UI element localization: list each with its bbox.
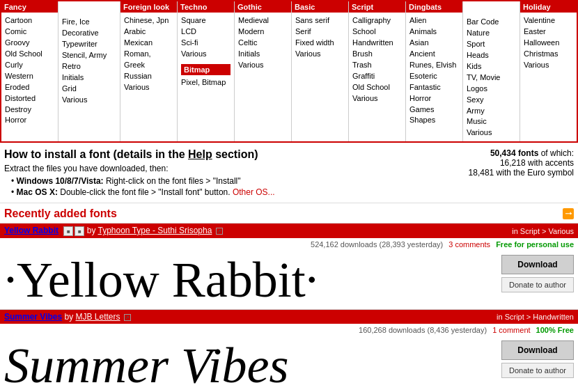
nav-item[interactable]: Various bbox=[62, 95, 116, 106]
font-subcategory-link-summer[interactable]: Handwritten bbox=[533, 313, 574, 321]
nav-item[interactable]: Square bbox=[181, 15, 231, 26]
nav-item[interactable]: Various bbox=[524, 60, 573, 71]
nav-item[interactable]: Various bbox=[238, 60, 288, 71]
nav-item[interactable]: Celtic bbox=[238, 38, 288, 49]
nav-item[interactable]: Grid bbox=[62, 84, 116, 95]
nav-item[interactable]: Valentine bbox=[524, 15, 573, 26]
nav-item[interactable]: Various bbox=[352, 93, 402, 104]
nav-item[interactable]: Asian bbox=[409, 38, 459, 49]
nav-item[interactable]: Easter bbox=[524, 26, 573, 38]
nav-item[interactable]: Decorative bbox=[62, 28, 116, 39]
font-category-link-summer[interactable]: Script bbox=[505, 313, 524, 321]
nav-item[interactable]: Various bbox=[295, 49, 345, 60]
nav-item[interactable]: Comic bbox=[5, 26, 54, 38]
nav-item[interactable]: Stencil, Army bbox=[62, 50, 116, 61]
nav-item[interactable]: Heads bbox=[467, 50, 516, 61]
nav-item[interactable]: Christmas bbox=[524, 49, 573, 60]
nav-item[interactable]: Western bbox=[5, 71, 54, 82]
nav-item[interactable]: Brush bbox=[352, 49, 402, 60]
nav-item[interactable]: Various bbox=[467, 127, 516, 139]
nav-item[interactable]: Curly bbox=[5, 60, 54, 71]
nav-item[interactable]: Russian bbox=[124, 71, 173, 82]
nav-header-holiday[interactable]: Holiday bbox=[520, 1, 577, 13]
nav-item[interactable]: Halloween bbox=[524, 38, 573, 49]
nav-item[interactable]: Chinese, Jpn bbox=[124, 15, 173, 26]
nav-header-foreign[interactable]: Foreign look bbox=[120, 1, 177, 13]
nav-item[interactable]: Retro bbox=[62, 61, 116, 72]
nav-item[interactable]: Serif bbox=[295, 26, 345, 38]
nav-item[interactable]: Pixel, Bitmap bbox=[181, 77, 231, 88]
nav-item[interactable]: Roman, Greek bbox=[124, 49, 173, 71]
nav-item[interactable]: Sans serif bbox=[295, 15, 345, 26]
font-comments-link[interactable]: 3 comments bbox=[448, 240, 490, 249]
font-comments-link-summer[interactable]: 1 comment bbox=[492, 326, 530, 334]
nav-item[interactable]: Old School bbox=[352, 82, 402, 93]
nav-item[interactable]: Various bbox=[124, 82, 173, 93]
nav-item[interactable]: Initials bbox=[62, 72, 116, 84]
nav-item[interactable]: Graffiti bbox=[352, 71, 402, 82]
nav-item[interactable]: Groovy bbox=[5, 38, 54, 49]
nav-item[interactable]: Horror bbox=[409, 93, 459, 104]
donate-button-yellow-rabbit[interactable]: Donate to author bbox=[501, 277, 574, 292]
nav-item[interactable]: Shapes bbox=[409, 115, 459, 126]
nav-item[interactable]: Army bbox=[467, 106, 516, 117]
nav-item[interactable]: Arabic bbox=[124, 26, 173, 38]
nav-item[interactable]: Sci-fi bbox=[181, 38, 231, 49]
nav-item[interactable]: Fire, Ice bbox=[62, 17, 116, 28]
nav-item[interactable]: Runes, Elvish bbox=[409, 60, 459, 71]
nav-item[interactable]: TV, Movie bbox=[467, 72, 516, 84]
nav-item[interactable]: Kids bbox=[467, 61, 516, 72]
nav-item[interactable]: Sexy bbox=[467, 95, 516, 106]
install-stats-of-which: of which: bbox=[541, 148, 574, 158]
nav-item[interactable]: School bbox=[352, 26, 402, 38]
nav-item[interactable]: Ancient bbox=[409, 49, 459, 60]
font-title-link-summer-vibes[interactable]: Summer Vibes bbox=[4, 312, 62, 322]
nav-item[interactable]: Old School bbox=[5, 49, 54, 60]
nav-item[interactable]: Nature bbox=[467, 28, 516, 39]
nav-item[interactable]: Distorted bbox=[5, 93, 54, 104]
nav-header-basic[interactable]: Basic bbox=[292, 1, 348, 13]
download-button-yellow-rabbit[interactable]: Download bbox=[501, 255, 574, 274]
nav-item[interactable]: Modern bbox=[238, 26, 288, 38]
nav-item[interactable]: Calligraphy bbox=[352, 15, 402, 26]
nav-item[interactable]: Fantastic bbox=[409, 82, 459, 93]
install-help-link[interactable]: Help bbox=[188, 148, 212, 160]
nav-item[interactable]: Various bbox=[181, 49, 231, 60]
nav-item[interactable]: Music bbox=[467, 116, 516, 127]
font-author-link-summer[interactable]: MJB Letters bbox=[76, 312, 120, 322]
nav-item[interactable]: Sport bbox=[467, 39, 516, 50]
download-button-summer-vibes[interactable]: Download bbox=[501, 340, 574, 360]
nav-header-bitmap[interactable]: Bitmap bbox=[181, 64, 231, 75]
nav-item[interactable]: Fixed width bbox=[295, 38, 345, 49]
nav-item[interactable]: Mexican bbox=[124, 38, 173, 49]
nav-item[interactable]: Cartoon bbox=[5, 15, 54, 26]
nav-header-fancy[interactable]: Fancy bbox=[1, 1, 58, 13]
nav-item[interactable]: Horror bbox=[5, 115, 54, 126]
nav-header-techno[interactable]: Techno bbox=[178, 1, 234, 13]
nav-item[interactable]: Eroded bbox=[5, 82, 54, 93]
nav-header-script[interactable]: Script bbox=[349, 1, 405, 13]
font-category-link[interactable]: Script bbox=[520, 227, 540, 235]
nav-header-dingbats[interactable]: Dingbats bbox=[406, 1, 462, 13]
nav-header-gothic[interactable]: Gothic bbox=[235, 1, 291, 13]
nav-item[interactable]: Animals bbox=[409, 26, 459, 38]
nav-item[interactable]: Trash bbox=[352, 60, 402, 71]
donate-button-summer-vibes[interactable]: Donate to author bbox=[501, 363, 574, 378]
font-subcategory-link[interactable]: Various bbox=[549, 227, 574, 235]
nav-item[interactable]: Alien bbox=[409, 15, 459, 26]
nav-item[interactable]: Games bbox=[409, 104, 459, 116]
nav-item[interactable]: Initials bbox=[238, 49, 288, 60]
font-author-link[interactable]: Typhoon Type - Suthi Srisopha bbox=[98, 226, 212, 235]
nav-item[interactable]: Typewriter bbox=[62, 39, 116, 50]
nav-item[interactable]: Handwritten bbox=[352, 38, 402, 49]
nav-item[interactable]: Logos bbox=[467, 84, 516, 95]
nav-item[interactable]: LCD bbox=[181, 26, 231, 38]
nav-item[interactable]: Destroy bbox=[5, 104, 54, 116]
rss-icon[interactable]: ⭢ bbox=[563, 208, 574, 219]
font-title-link-yellow-rabbit[interactable]: Yellow Rabbit bbox=[4, 226, 58, 235]
nav-item[interactable]: Bar Code bbox=[467, 17, 516, 28]
nav-item[interactable]: Esoteric bbox=[409, 71, 459, 82]
nav-item[interactable]: Medieval bbox=[238, 15, 288, 26]
other-os-link[interactable]: Other OS... bbox=[233, 187, 275, 197]
install-step-mac: Mac OS X: Double-click the font file > "… bbox=[11, 187, 275, 197]
